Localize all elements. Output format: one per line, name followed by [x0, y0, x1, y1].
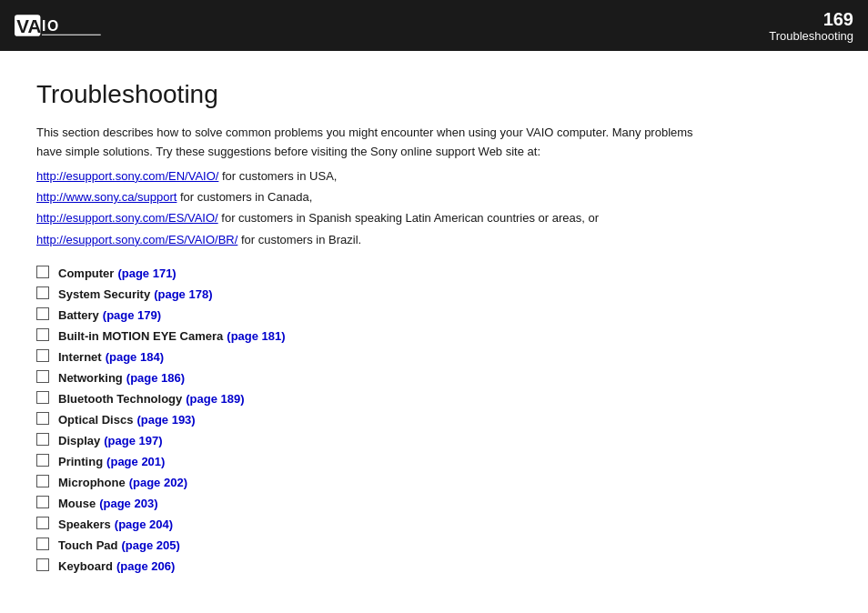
topic-page-link[interactable]: (page 179) — [103, 308, 161, 322]
topic-page-link[interactable]: (page 206) — [116, 559, 175, 573]
checkbox-icon — [36, 538, 49, 550]
support-links: http://esupport.sony.com/EN/VAIO/ for cu… — [36, 166, 832, 251]
checkbox-icon — [36, 370, 49, 383]
topic-label: Mouse — [58, 497, 96, 510]
checkbox-icon — [36, 391, 49, 404]
topic-page-link[interactable]: (page 181) — [227, 329, 285, 343]
topic-label: Bluetooth Technology — [58, 392, 182, 406]
link-br-suffix: for customers in Brazil. — [237, 233, 361, 246]
topic-page-link[interactable]: (page 203) — [99, 497, 157, 510]
page-number: 169 — [769, 9, 853, 29]
topics-list: Computer (page 171)System Security (page… — [36, 265, 832, 573]
intro-text-line1: This section describes how to solve comm… — [36, 126, 693, 139]
svg-text:IO: IO — [42, 18, 60, 34]
topic-page-link[interactable]: (page 205) — [121, 538, 179, 552]
topic-page-link[interactable]: (page 178) — [154, 287, 212, 301]
list-item: Battery (page 179) — [36, 306, 832, 322]
topic-label: Internet — [58, 350, 102, 364]
vaio-logo-container: VA IO — [15, 12, 101, 39]
intro-paragraph-1: This section describes how to solve comm… — [36, 124, 832, 162]
link-en-vaio[interactable]: http://esupport.sony.com/EN/VAIO/ — [36, 169, 218, 183]
checkbox-icon — [36, 517, 49, 529]
topic-label: Touch Pad — [58, 538, 117, 552]
topic-page-link[interactable]: (page 186) — [126, 371, 185, 385]
svg-text:VA: VA — [16, 15, 41, 36]
checkbox-icon — [36, 328, 49, 341]
link-ca-suffix: for customers in Canada, — [177, 190, 312, 204]
topic-label: Computer — [58, 266, 114, 280]
checkbox-icon — [36, 412, 49, 425]
vaio-logo-icon: VA IO — [15, 12, 101, 39]
list-item: Bluetooth Technology (page 189) — [36, 390, 832, 406]
link-es-suffix: for customers in Spanish speaking Latin … — [218, 211, 599, 225]
topic-label: System Security — [58, 287, 150, 301]
list-item: Optical Discs (page 193) — [36, 411, 832, 427]
topic-label: Optical Discs — [58, 413, 133, 427]
topic-page-link[interactable]: (page 202) — [129, 476, 187, 489]
topic-page-link[interactable]: (page 189) — [186, 392, 244, 406]
link-en-suffix: for customers in USA, — [218, 169, 337, 183]
checkbox-icon — [36, 475, 49, 487]
list-item: Keyboard (page 206) — [36, 558, 832, 573]
list-item: Touch Pad (page 205) — [36, 537, 832, 552]
checkbox-icon — [36, 349, 49, 362]
topic-page-link[interactable]: (page 193) — [136, 413, 195, 427]
link-es-vaio[interactable]: http://esupport.sony.com/ES/VAIO/ — [36, 211, 218, 225]
list-item: Computer (page 171) — [36, 265, 832, 280]
list-item: Built-in MOTION EYE Camera (page 181) — [36, 327, 832, 343]
topic-page-link[interactable]: (page 201) — [106, 455, 165, 468]
checkbox-icon — [36, 496, 49, 508]
link-br-vaio[interactable]: http://esupport.sony.com/ES/VAIO/BR/ — [36, 233, 237, 246]
topic-page-link[interactable]: (page 171) — [117, 266, 176, 280]
topic-label: Built-in MOTION EYE Camera — [58, 329, 223, 343]
list-item: Display (page 197) — [36, 432, 832, 447]
topic-label: Keyboard — [58, 559, 113, 573]
topic-label: Networking — [58, 371, 123, 385]
checkbox-icon — [36, 454, 49, 467]
topic-label: Microphone — [58, 476, 126, 489]
list-item: Mouse (page 203) — [36, 495, 832, 510]
checkbox-icon — [36, 286, 49, 299]
checkbox-icon — [36, 433, 49, 446]
list-item: Networking (page 186) — [36, 369, 832, 385]
checkbox-icon — [36, 558, 49, 571]
checkbox-icon — [36, 307, 49, 320]
intro-text-line2: have simple solutions. Try these suggest… — [36, 145, 540, 158]
topic-label: Battery — [58, 308, 99, 322]
topic-page-link[interactable]: (page 204) — [115, 518, 173, 531]
topic-label: Display — [58, 434, 100, 447]
topic-label: Printing — [58, 455, 103, 468]
link-ca-support[interactable]: http://www.sony.ca/support — [36, 190, 177, 204]
main-content: Troubleshooting This section describes h… — [0, 51, 868, 597]
topic-label: Speakers — [58, 518, 111, 531]
list-item: Microphone (page 202) — [36, 474, 832, 489]
header-page-info: 169 Troubleshooting — [769, 9, 853, 43]
list-item: Internet (page 184) — [36, 348, 832, 364]
page-title: Troubleshooting — [36, 80, 832, 109]
list-item: System Security (page 178) — [36, 286, 832, 301]
topic-page-link[interactable]: (page 184) — [106, 350, 164, 364]
list-item: Printing (page 201) — [36, 453, 832, 468]
topic-page-link[interactable]: (page 197) — [104, 434, 162, 447]
header: VA IO 169 Troubleshooting — [0, 0, 868, 51]
list-item: Speakers (page 204) — [36, 516, 832, 531]
checkbox-icon — [36, 266, 49, 278]
page-section-title: Troubleshooting — [769, 29, 853, 43]
